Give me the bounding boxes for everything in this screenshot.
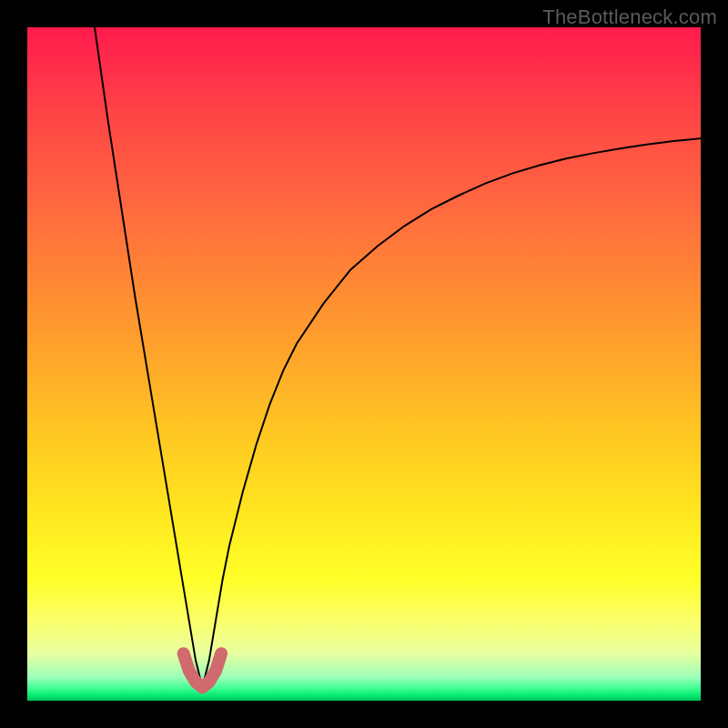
curve-overlay xyxy=(27,27,701,701)
watermark-text: TheBottleneck.com xyxy=(542,5,717,29)
curve-right-branch xyxy=(202,138,701,687)
curve-left-branch xyxy=(95,27,202,687)
chart-plot-area xyxy=(27,27,701,701)
curve-bottom-highlight xyxy=(184,653,221,687)
